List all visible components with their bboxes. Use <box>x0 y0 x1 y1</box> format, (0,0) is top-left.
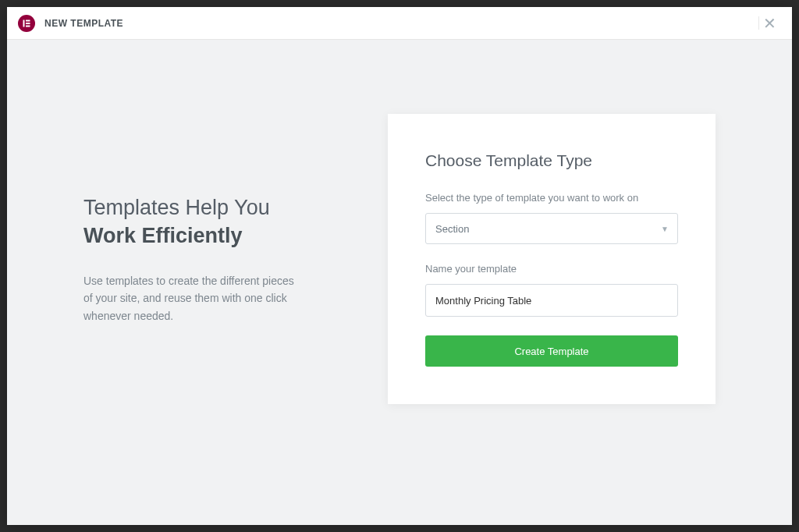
elementor-logo-icon <box>18 15 35 32</box>
intro-heading-line1: Templates Help You <box>83 193 302 222</box>
intro-description: Use templates to create the different pi… <box>83 272 302 325</box>
create-template-button[interactable]: Create Template <box>425 335 678 367</box>
form-card: Choose Template Type Select the type of … <box>388 114 716 404</box>
new-template-modal: NEW TEMPLATE ✕ Templates Help You Work E… <box>7 7 792 525</box>
template-type-select[interactable]: Section <box>425 213 678 244</box>
intro-heading-line2: Work Efficiently <box>83 222 302 250</box>
close-icon: ✕ <box>763 15 776 32</box>
svg-rect-3 <box>26 25 30 27</box>
modal-header: NEW TEMPLATE ✕ <box>7 7 792 40</box>
close-button[interactable]: ✕ <box>757 12 783 34</box>
svg-rect-1 <box>26 20 30 21</box>
modal-content: Templates Help You Work Efficiently Use … <box>7 40 792 525</box>
intro-panel: Templates Help You Work Efficiently Use … <box>83 193 302 325</box>
template-type-select-wrap: Section ▼ <box>425 213 678 244</box>
modal-title: NEW TEMPLATE <box>44 18 123 29</box>
template-name-input[interactable] <box>425 284 678 317</box>
template-type-label: Select the type of template you want to … <box>425 192 678 204</box>
svg-rect-2 <box>26 23 30 24</box>
svg-rect-0 <box>23 20 25 27</box>
form-title: Choose Template Type <box>425 151 678 170</box>
template-name-label: Name your template <box>425 263 678 275</box>
